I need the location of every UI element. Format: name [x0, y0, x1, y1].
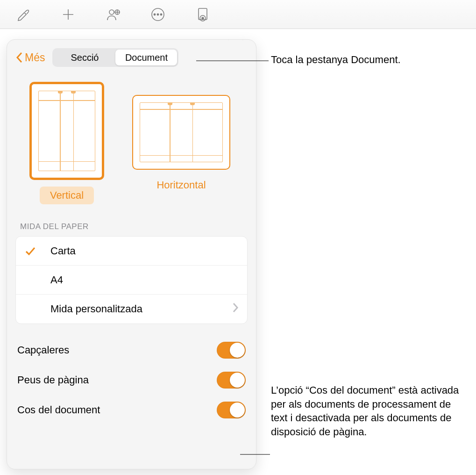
- tab-document[interactable]: Document: [115, 50, 177, 65]
- toggle-label-headers: Capçaleres: [17, 344, 69, 356]
- document-toggles: Capçaleres Peus de pàgina Cos del docume…: [7, 324, 256, 425]
- toggle-row-headers: Capçaleres: [17, 335, 246, 365]
- checkmark-icon: [24, 245, 36, 257]
- orientation-vertical-label: Vertical: [40, 187, 94, 204]
- more-icon[interactable]: [148, 4, 168, 25]
- callout-tab: Toca la pestanya Document.: [271, 53, 467, 67]
- page-preview-vertical: [29, 82, 104, 180]
- chevron-right-icon: [232, 302, 239, 316]
- paper-size-option-a4[interactable]: A4: [16, 266, 247, 295]
- body-switch[interactable]: [217, 402, 246, 418]
- toggle-label-body: Cos del document: [17, 404, 100, 416]
- svg-point-5: [160, 14, 162, 15]
- toggle-label-footers: Peus de pàgina: [17, 374, 89, 386]
- section-document-segmented: Secció Document: [52, 48, 178, 67]
- format-brush-icon[interactable]: [13, 4, 34, 25]
- svg-point-4: [157, 14, 158, 15]
- add-icon[interactable]: [58, 4, 78, 25]
- paper-size-label: Carta: [50, 245, 76, 257]
- callout-body: L’opció “Cos del document” està activada…: [271, 383, 467, 439]
- chevron-left-icon: [15, 51, 24, 64]
- orientation-horizontal[interactable]: Horitzontal: [132, 82, 230, 204]
- footers-switch[interactable]: [217, 372, 246, 389]
- document-options-popover: Més Secció Document Vertical: [7, 39, 256, 469]
- toggle-row-footers: Peus de pàgina: [17, 365, 246, 395]
- headers-switch[interactable]: [217, 342, 246, 359]
- app-toolbar: [0, 0, 476, 29]
- document-options-icon[interactable]: [192, 4, 213, 25]
- svg-point-0: [109, 10, 114, 14]
- svg-point-3: [154, 14, 155, 15]
- callout-leader-tab: [196, 56, 271, 65]
- paper-size-label: A4: [50, 274, 63, 286]
- tab-section[interactable]: Secció: [54, 50, 115, 65]
- toggle-row-body: Cos del document: [17, 395, 246, 425]
- page-preview-horizontal: [132, 95, 230, 170]
- paper-size-title: MIDA DEL PAPER: [7, 209, 256, 234]
- back-button[interactable]: Més: [15, 51, 45, 64]
- collaborate-icon[interactable]: [103, 4, 123, 25]
- paper-size-label: Mida personalitzada: [50, 303, 142, 315]
- orientation-horizontal-label: Horitzontal: [146, 176, 216, 194]
- back-label: Més: [25, 51, 45, 64]
- callout-leader-body: [240, 452, 271, 457]
- orientation-chooser: Vertical Horitzontal: [7, 72, 256, 209]
- paper-size-list: Carta A4 Mida personalitzada: [15, 236, 248, 324]
- paper-size-option-carta[interactable]: Carta: [16, 237, 247, 266]
- paper-size-option-custom[interactable]: Mida personalitzada: [16, 295, 247, 324]
- svg-point-8: [202, 17, 204, 19]
- orientation-vertical[interactable]: Vertical: [29, 82, 104, 204]
